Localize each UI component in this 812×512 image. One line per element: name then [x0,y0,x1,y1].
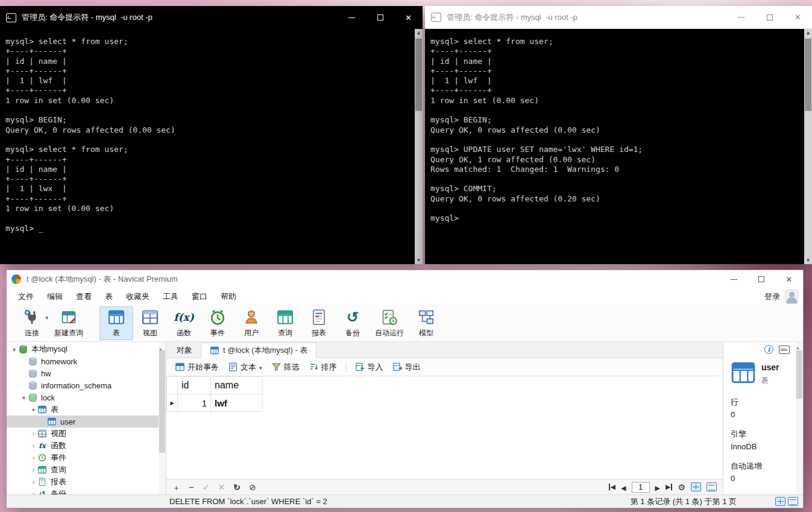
close-button[interactable] [394,6,423,29]
ddl-icon[interactable]: DDL [779,346,790,354]
add-record-button[interactable] [172,483,180,491]
menu-window[interactable]: 窗口 [185,291,214,302]
scroll-thumb[interactable] [805,39,811,111]
scroll-up-icon[interactable] [804,29,812,37]
toolbar-backup-button[interactable]: 备份 [336,306,370,340]
tree-item-db-information-schema[interactable]: information_schema [7,379,166,391]
chevron-down-icon[interactable] [30,406,37,413]
tree-item-tables-folder[interactable]: 表 [7,403,166,416]
tree-item-db-lock[interactable]: lock [7,391,166,403]
scroll-thumb[interactable] [796,350,802,399]
menu-file[interactable]: 文件 [11,291,40,302]
login-link[interactable]: 登录 [764,291,780,302]
statusbar-form-view-icon[interactable] [788,497,798,506]
next-page-button[interactable] [655,483,660,491]
tree-item-functions-folder[interactable]: fx 函数 [7,440,166,452]
cmd-right-scrollbar[interactable] [804,29,812,264]
data-grid[interactable]: id name 1 lwf [166,376,723,479]
toolbar-model-button[interactable]: 模型 [409,306,443,340]
import-button[interactable]: 导入 [351,360,388,375]
cmd-right-titlebar[interactable]: 管理员: 命令提示符 - mysql -u root -p [425,6,812,29]
tree-scrollbar[interactable] [159,342,166,495]
minimize-button[interactable] [720,270,747,288]
last-page-button[interactable] [666,484,672,490]
close-button[interactable] [775,270,803,288]
minimize-button[interactable] [338,6,366,29]
statusbar-grid-view-icon[interactable] [775,497,785,506]
tab-table-user[interactable]: t @lock (本地mysql) - 表 [201,343,316,358]
tab-objects[interactable]: 对象 [168,343,201,358]
toolbar-users-button[interactable]: 用户 [234,306,268,340]
chevron-right-icon[interactable] [30,478,37,486]
toolbar-automation-button[interactable]: 自动运行 [370,306,409,340]
sort-button[interactable]: 排序 [305,360,341,375]
chevron-down-icon[interactable] [10,346,18,353]
stop-button[interactable] [249,483,256,491]
scroll-down-icon[interactable] [804,256,812,264]
chevron-right-icon[interactable] [30,454,37,462]
cmd-left-console[interactable]: mysql> select * from user; +----+------+… [0,29,423,264]
cmd-left-scrollbar[interactable] [415,29,423,264]
menu-favorites[interactable]: 收藏夹 [119,291,156,302]
grid-view-toggle[interactable] [691,482,701,491]
cmd-left-titlebar[interactable]: 管理员: 命令提示符 - mysql -u root -p [0,6,423,29]
menu-table[interactable]: 表 [98,291,119,302]
refresh-button[interactable] [233,483,241,491]
filter-button[interactable]: 筛选 [268,360,304,375]
toolbar-connection-button[interactable]: 连接 [15,306,49,340]
export-button[interactable]: 导出 [389,360,425,375]
menu-view[interactable]: 查看 [69,291,98,302]
form-view-toggle[interactable] [707,482,717,491]
settings-gear-icon[interactable] [678,483,685,491]
discard-changes-button[interactable] [218,483,225,491]
begin-transaction-button[interactable]: 开始事务 [171,360,223,375]
scroll-up-icon[interactable] [796,346,800,350]
chevron-right-icon[interactable] [30,466,37,474]
scroll-thumb[interactable] [415,39,422,111]
tree-item-backups-folder[interactable]: ↺ 备份 [7,488,166,495]
close-button[interactable] [784,6,812,28]
tree-item-queries-folder[interactable]: 查询 [7,464,166,476]
maximize-button[interactable] [366,6,394,29]
toolbar-reports-button[interactable]: 报表 [302,306,336,340]
chevron-right-icon[interactable] [30,441,37,450]
column-header-id[interactable]: id [178,377,211,394]
tree-item-connection-localmysql[interactable]: 本地mysql [7,343,166,355]
minimize-button[interactable] [727,6,755,28]
tree-item-table-user[interactable]: user [7,416,166,428]
column-header-name[interactable]: name [211,377,263,394]
chevron-down-icon[interactable] [45,315,48,321]
table-row[interactable]: 1 lwf [167,394,263,412]
toolbar-new-query-button[interactable]: 新建查询 [49,306,89,340]
scroll-up-icon[interactable] [415,29,423,37]
tree-item-events-folder[interactable]: 事件 [7,452,166,464]
tree-item-db-hw[interactable]: hw [7,367,166,379]
info-panel-scrollbar[interactable] [796,342,803,495]
toolbar-functions-button[interactable]: f(x) 函数 [167,306,201,340]
cell-name[interactable]: lwf [211,394,263,412]
chevron-right-icon[interactable] [30,490,37,495]
chevron-right-icon[interactable] [30,429,37,438]
toolbar-tables-button[interactable]: 表 [99,306,133,340]
toolbar-views-button[interactable]: 视图 [133,306,167,340]
user-avatar[interactable] [785,289,798,304]
first-page-button[interactable] [609,484,615,490]
cmd-right-console[interactable]: mysql> select * from user; +----+------+… [425,29,812,264]
apply-changes-button[interactable] [203,483,210,491]
text-view-button[interactable]: 文本 [224,360,266,375]
tree-item-reports-folder[interactable]: 报表 [7,476,166,488]
navicat-titlebar[interactable]: t @lock (本地mysql) - 表 - Navicat Premium [7,270,803,288]
toolbar-events-button[interactable]: 事件 [201,306,234,340]
maximize-button[interactable] [747,270,775,288]
chevron-down-icon[interactable] [20,394,28,401]
previous-page-button[interactable] [621,483,626,491]
scroll-down-icon[interactable] [415,256,423,264]
menu-tools[interactable]: 工具 [156,291,185,302]
tree-item-views-folder[interactable]: 视图 [7,428,166,440]
toolbar-query-button[interactable]: 查询 [268,306,302,340]
maximize-button[interactable] [755,6,784,28]
info-icon[interactable] [764,345,773,354]
menu-help[interactable]: 帮助 [214,291,243,302]
cell-id[interactable]: 1 [178,394,211,412]
delete-record-button[interactable] [189,482,194,491]
